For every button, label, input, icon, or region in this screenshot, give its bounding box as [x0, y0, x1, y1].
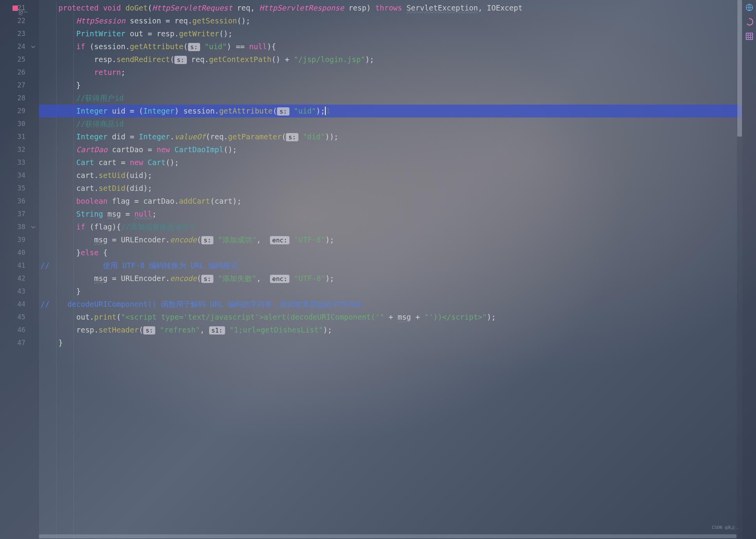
line-number[interactable]: 42: [0, 272, 39, 285]
line-number[interactable]: 23: [0, 27, 39, 40]
line-number[interactable]: 39: [0, 233, 39, 246]
horizontal-scrollbar[interactable]: [39, 534, 736, 538]
line-number[interactable]: 24: [0, 40, 39, 53]
line-number[interactable]: 38: [0, 221, 39, 233]
code-line[interactable]: // decodeURIComponent() 函数用于解码 URL 编码的字符…: [39, 298, 742, 311]
line-gutter[interactable]: 21 @ – 22 23 24 25 26 27 28 29 30 31 32 …: [0, 0, 39, 539]
bookmark-icon[interactable]: [12, 5, 18, 11]
line-number[interactable]: 31: [0, 130, 39, 143]
line-number[interactable]: 44: [0, 298, 39, 311]
code-line[interactable]: CartDao cartDao = new CartDaoImpl();: [39, 143, 742, 156]
grid-icon[interactable]: [745, 32, 754, 41]
code-line[interactable]: out.print("<script type='text/javascript…: [39, 311, 742, 324]
code-line[interactable]: return;: [39, 66, 742, 79]
code-line[interactable]: }: [39, 336, 742, 349]
vertical-scrollbar[interactable]: [737, 0, 742, 539]
param-hint: enc:: [270, 275, 290, 283]
line-number[interactable]: 26: [0, 66, 39, 79]
code-line[interactable]: msg = URLEncoder.encode(s: "添加成功", enc: …: [39, 233, 742, 246]
line-number[interactable]: 41: [0, 259, 39, 272]
line-number[interactable]: 22: [0, 14, 39, 27]
line-number[interactable]: 21 @ –: [0, 2, 39, 14]
param-hint: s:: [201, 275, 213, 283]
code-line[interactable]: }else {: [39, 246, 742, 259]
code-line[interactable]: //获得用户id: [39, 92, 742, 105]
line-number[interactable]: 28: [0, 92, 39, 105]
code-line[interactable]: if (flag){//添加或者修改成功了: [39, 221, 742, 233]
line-number[interactable]: 27: [0, 79, 39, 92]
code-line[interactable]: resp.setHeader(s: "refresh", s1: "1;url=…: [39, 324, 742, 336]
code-line[interactable]: //获得商品id: [39, 117, 742, 130]
line-number[interactable]: 25: [0, 53, 39, 66]
code-line[interactable]: String msg = null;: [39, 208, 742, 221]
param-hint: s:: [201, 236, 213, 244]
code-line[interactable]: cart.setDid(did);: [39, 182, 742, 195]
watermark-text: CSDN @风止.: [712, 525, 738, 530]
code-line[interactable]: Integer did = Integer.valueOf(req.getPar…: [39, 130, 742, 143]
globe-icon[interactable]: [745, 3, 754, 12]
spiral-icon[interactable]: [745, 18, 754, 26]
param-hint: s:: [188, 43, 200, 51]
code-line[interactable]: resp.sendRedirect(s: req.getContextPath(…: [39, 53, 742, 66]
svg-rect-1: [746, 33, 752, 40]
code-line[interactable]: }: [39, 79, 742, 92]
line-number[interactable]: 46: [0, 324, 39, 336]
line-number[interactable]: 47: [0, 336, 39, 349]
line-number[interactable]: 37: [0, 208, 39, 221]
line-number[interactable]: 36: [0, 195, 39, 208]
line-number[interactable]: 35: [0, 182, 39, 195]
fold-chevron-icon[interactable]: [30, 224, 36, 230]
code-line[interactable]: HttpSession session = req.getSession();: [39, 14, 742, 27]
code-line[interactable]: }: [39, 285, 742, 298]
fold-chevron-icon[interactable]: [30, 44, 36, 50]
code-line[interactable]: boolean flag = cartDao.addCart(cart);: [39, 195, 742, 208]
line-number[interactable]: 45: [0, 311, 39, 324]
code-line[interactable]: if (session.getAttribute(s: "uid") == nu…: [39, 40, 742, 53]
param-hint: s:: [286, 133, 298, 141]
code-line[interactable]: protected void doGet(HttpServletRequest …: [39, 2, 742, 14]
right-tool-panel: [742, 0, 756, 539]
line-number[interactable]: 32: [0, 143, 39, 156]
line-number[interactable]: 33: [0, 156, 39, 169]
indent-guide: [73, 2, 74, 539]
param-hint: enc:: [270, 236, 290, 244]
code-line[interactable]: Cart cart = new Cart();: [39, 156, 742, 169]
code-line[interactable]: Integer uid = (Integer) session.getAttri…: [39, 105, 742, 117]
code-line[interactable]: PrintWriter out = resp.getWriter();: [39, 27, 742, 40]
code-editor[interactable]: 21 @ – 22 23 24 25 26 27 28 29 30 31 32 …: [0, 0, 756, 539]
inline-suggestion: 1: [325, 107, 330, 115]
code-content[interactable]: protected void doGet(HttpServletRequest …: [39, 0, 742, 539]
code-line[interactable]: msg = URLEncoder.encode(s: "添加失败", enc: …: [39, 272, 742, 285]
param-hint: s:: [174, 56, 186, 64]
line-number[interactable]: 34: [0, 169, 39, 182]
code-line[interactable]: cart.setUid(uid);: [39, 169, 742, 182]
line-number[interactable]: 30: [0, 117, 39, 130]
param-hint: s:: [143, 326, 155, 334]
indent-guide: [56, 2, 57, 539]
line-number[interactable]: 29: [0, 105, 39, 117]
line-number[interactable]: 40: [0, 246, 39, 259]
code-line[interactable]: // 使用 UTF-8 编码转换为 URL 编码格式。: [39, 259, 742, 272]
param-hint: s:: [277, 107, 289, 116]
param-hint: s1:: [209, 326, 225, 334]
line-number[interactable]: 43: [0, 285, 39, 298]
